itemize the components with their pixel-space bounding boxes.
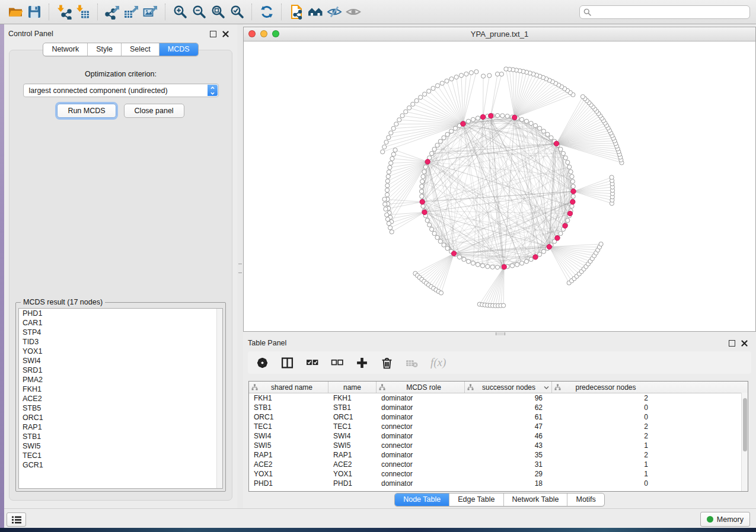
mcds-result-item[interactable]: SWI5 [19, 441, 222, 451]
close-panel-button[interactable]: Close panel [124, 104, 184, 118]
table-cell[interactable]: 35 [465, 450, 552, 460]
import-table-button[interactable] [74, 2, 92, 21]
table-cell[interactable]: 0 [552, 412, 653, 422]
table-cell[interactable]: PHD1 [328, 479, 377, 488]
table-cell[interactable]: SWI4 [249, 431, 328, 441]
tab-select[interactable]: Select [121, 43, 159, 56]
table-row[interactable]: TEC1TEC1connector472 [249, 422, 748, 431]
column-header-MCDS-role[interactable]: MCDS role [377, 382, 465, 393]
table-scrollbar[interactable] [741, 393, 748, 491]
open-session-button[interactable] [6, 2, 25, 21]
table-row[interactable]: SWI5SWI5connector431 [249, 441, 748, 450]
table-cell[interactable]: 96 [465, 393, 552, 403]
table-cell[interactable]: 1 [552, 441, 653, 450]
table-cell[interactable]: 0 [552, 479, 653, 488]
table-row[interactable]: YOX1YOX1connector291 [249, 469, 748, 479]
mcds-list-scrollbar[interactable] [216, 309, 222, 488]
table-cell[interactable]: 1 [552, 469, 653, 479]
table-cell[interactable]: connector [377, 460, 465, 469]
mcds-result-item[interactable]: STB1 [19, 432, 222, 441]
table-cell[interactable]: FKH1 [328, 393, 377, 403]
column-header-successor-nodes[interactable]: successor nodes [465, 382, 552, 393]
table-cell[interactable]: 47 [465, 422, 552, 431]
tab-mcds[interactable]: MCDS [159, 43, 198, 56]
mcds-result-item[interactable]: PHD1 [19, 309, 222, 318]
table-cell[interactable]: TEC1 [328, 422, 377, 431]
settings-button[interactable] [256, 355, 269, 370]
table-cell[interactable]: SWI5 [249, 441, 328, 450]
table-cell[interactable]: 31 [465, 460, 552, 469]
search-input[interactable] [591, 6, 749, 18]
table-row[interactable]: PHD1PHD1dominator180 [249, 479, 748, 488]
table-cell[interactable]: ACE2 [328, 460, 377, 469]
table-cell[interactable]: YOX1 [249, 469, 328, 479]
network-canvas[interactable] [244, 41, 755, 331]
close-panel-icon[interactable] [222, 31, 229, 37]
table-cell[interactable]: 29 [465, 469, 552, 479]
mcds-result-item[interactable]: CAR1 [19, 318, 222, 328]
mcds-result-item[interactable]: STP4 [19, 328, 222, 337]
mcds-result-item[interactable]: TID3 [19, 337, 222, 347]
table-cell[interactable]: 1 [552, 460, 653, 469]
import-network-button[interactable] [55, 2, 74, 21]
tab-network-table[interactable]: Network Table [503, 493, 567, 506]
column-header-shared-name[interactable]: shared name [249, 382, 328, 393]
table-cell[interactable]: SWI5 [328, 441, 377, 450]
table-cell[interactable]: STB1 [249, 403, 328, 412]
window-minimize-button[interactable] [260, 30, 267, 37]
table-cell[interactable]: 0 [552, 403, 653, 412]
zoom-fit-button[interactable] [209, 2, 228, 21]
eye-button[interactable] [344, 2, 363, 21]
mcds-result-item[interactable]: ORC1 [19, 413, 222, 422]
column-header-name[interactable]: name [328, 382, 377, 393]
table-cell[interactable]: ORC1 [249, 412, 328, 422]
table-cell[interactable]: 2 [552, 393, 653, 403]
table-cell[interactable]: 18 [465, 479, 552, 488]
table-cell[interactable]: connector [377, 469, 465, 479]
column-header-predecessor-nodes[interactable]: predecessor nodes [552, 382, 653, 393]
table-cell[interactable]: STB1 [328, 403, 377, 412]
select-all-button[interactable] [306, 355, 318, 370]
table-cell[interactable]: PHD1 [249, 479, 328, 488]
table-cell[interactable]: 2 [552, 431, 653, 441]
table-row[interactable]: ORC1ORC1dominator610 [249, 412, 748, 422]
eye-slash-button[interactable] [325, 2, 344, 21]
float-panel-icon[interactable] [729, 340, 735, 347]
table-cell[interactable]: dominator [377, 431, 465, 441]
table-cell[interactable]: 2 [552, 450, 653, 460]
table-row[interactable]: SWI4SWI4dominator462 [249, 431, 748, 441]
table-row[interactable]: FKH1FKH1dominator962 [249, 393, 748, 403]
table-cell[interactable]: dominator [377, 479, 465, 488]
mcds-result-item[interactable]: RAP1 [19, 422, 222, 432]
zoom-selected-button[interactable] [228, 2, 247, 21]
tab-style[interactable]: Style [87, 43, 121, 56]
export-network-button[interactable] [103, 2, 122, 21]
table-cell[interactable]: ACE2 [249, 460, 328, 469]
save-session-button[interactable] [25, 2, 44, 21]
table-cell[interactable]: 2 [552, 422, 653, 431]
table-scrollbar-thumb[interactable] [743, 398, 747, 451]
deselect-all-button[interactable] [331, 355, 343, 370]
table-cell[interactable]: dominator [377, 393, 465, 403]
tab-edge-table[interactable]: Edge Table [449, 493, 503, 506]
table-cell[interactable]: 43 [465, 441, 552, 450]
mcds-result-item[interactable]: YOX1 [19, 347, 222, 356]
table-cell[interactable]: connector [377, 441, 465, 450]
table-cell[interactable]: RAP1 [249, 450, 328, 460]
network-canvas-svg[interactable] [244, 41, 755, 331]
mcds-result-item[interactable]: SWI4 [19, 356, 222, 366]
tab-network[interactable]: Network [43, 43, 87, 56]
table-row[interactable]: STB1STB1dominator620 [249, 403, 748, 412]
table-cell[interactable]: 62 [465, 403, 552, 412]
table-cell[interactable]: FKH1 [249, 393, 328, 403]
table-cell[interactable]: dominator [377, 412, 465, 422]
memory-button[interactable]: Memory [700, 512, 750, 527]
mcds-result-item[interactable]: ACE2 [19, 394, 222, 403]
window-zoom-button[interactable] [272, 30, 279, 37]
mcds-result-item[interactable]: FKH1 [19, 384, 222, 394]
mcds-result-item[interactable]: PMA2 [19, 375, 222, 384]
mcds-result-item[interactable]: TEC1 [19, 451, 222, 460]
optimization-criterion-select[interactable]: largest connected component (undirected) [23, 84, 219, 97]
export-table-button[interactable] [122, 2, 141, 21]
vertical-splitter[interactable] [237, 24, 243, 508]
